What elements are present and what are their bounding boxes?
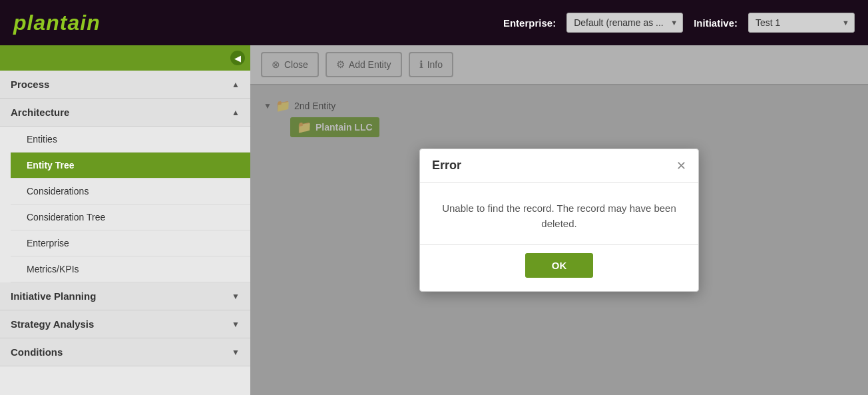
- sidebar-item-metrics-kpis[interactable]: Metrics/KPIs: [11, 256, 250, 282]
- sidebar-item-entity-tree[interactable]: Entity Tree: [11, 153, 250, 179]
- header-controls: Enterprise: Default (rename as ... Initi…: [503, 13, 855, 33]
- app-logo: plantain: [13, 11, 101, 35]
- enterprise-label: Enterprise:: [503, 17, 556, 29]
- modal-title: Error: [432, 159, 461, 173]
- modal-body: Unable to find the record. The record ma…: [420, 183, 698, 244]
- strategy-analysis-label: Strategy Analysis: [11, 318, 94, 330]
- architecture-section-label: Architecture: [11, 107, 69, 118]
- initiative-select-wrapper[interactable]: Test 1: [748, 13, 855, 33]
- modal-footer: OK: [420, 244, 698, 291]
- modal-header: Error ✕: [420, 149, 698, 183]
- strategy-analysis-chevron-icon: ▼: [232, 320, 240, 329]
- enterprise-select-wrapper[interactable]: Default (rename as ...: [566, 13, 683, 33]
- sidebar-section-initiative-planning[interactable]: Initiative Planning ▼: [0, 282, 250, 310]
- main-layout: ◀ Process ▲ Architecture ▲ Entities Enti…: [0, 45, 868, 395]
- sidebar-item-entities[interactable]: Entities: [11, 127, 250, 153]
- top-header: plantain Enterprise: Default (rename as …: [0, 0, 868, 45]
- initiative-label: Initiative:: [694, 17, 738, 29]
- modal-ok-button[interactable]: OK: [525, 253, 594, 278]
- enterprise-select[interactable]: Default (rename as ...: [566, 13, 683, 33]
- conditions-chevron-icon: ▼: [232, 348, 240, 357]
- sidebar-section-process[interactable]: Process ▲: [0, 71, 250, 99]
- initiative-planning-label: Initiative Planning: [11, 290, 96, 302]
- sidebar-collapse-button[interactable]: ◀: [0, 45, 250, 71]
- process-chevron-icon: ▲: [232, 80, 240, 89]
- collapse-arrow-icon: ◀: [230, 51, 245, 65]
- conditions-label: Conditions: [11, 346, 63, 358]
- modal-message: Unable to find the record. The record ma…: [442, 202, 676, 229]
- initiative-select[interactable]: Test 1: [748, 13, 855, 33]
- sidebar-section-architecture[interactable]: Architecture ▲: [0, 99, 250, 127]
- architecture-chevron-icon: ▲: [232, 108, 240, 117]
- process-section-label: Process: [11, 79, 49, 90]
- initiative-planning-chevron-icon: ▼: [232, 292, 240, 301]
- modal-overlay: Error ✕ Unable to find the record. The r…: [250, 45, 868, 395]
- sidebar: ◀ Process ▲ Architecture ▲ Entities Enti…: [0, 45, 250, 395]
- sidebar-item-consideration-tree[interactable]: Consideration Tree: [11, 204, 250, 230]
- content-area: ⊗ Close ⚙ Add Entity ℹ Info ▼ 📁 2nd Enti…: [250, 45, 868, 395]
- sidebar-section-conditions[interactable]: Conditions ▼: [0, 338, 250, 366]
- sidebar-item-considerations[interactable]: Considerations: [11, 179, 250, 204]
- sidebar-section-strategy-analysis[interactable]: Strategy Analysis ▼: [0, 310, 250, 338]
- modal-close-button[interactable]: ✕: [676, 160, 686, 172]
- error-modal: Error ✕ Unable to find the record. The r…: [419, 149, 699, 292]
- architecture-subsection: Entities Entity Tree Considerations Cons…: [0, 127, 250, 282]
- sidebar-item-enterprise[interactable]: Enterprise: [11, 230, 250, 256]
